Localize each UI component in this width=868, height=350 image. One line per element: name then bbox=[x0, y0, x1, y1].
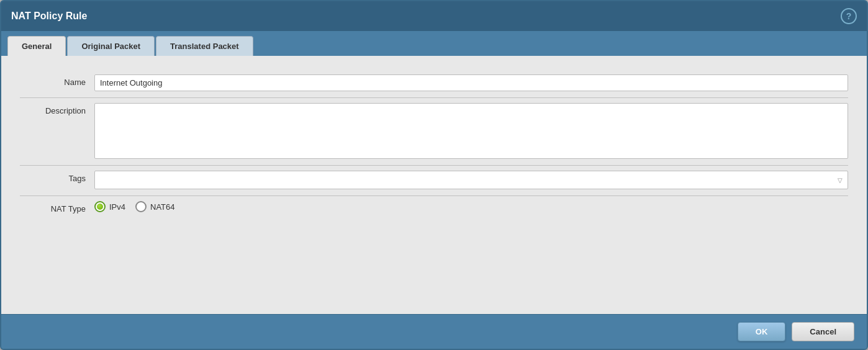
tabs-row: General Original Packet Translated Packe… bbox=[1, 31, 867, 56]
ok-button[interactable]: OK bbox=[738, 322, 786, 341]
help-icon[interactable]: ? bbox=[841, 8, 857, 24]
nat-type-row: NAT Type IPv4 NAT64 bbox=[20, 201, 848, 213]
radio-ipv4-label: IPv4 bbox=[109, 202, 125, 212]
name-input[interactable] bbox=[94, 74, 848, 91]
radio-nat64-label: NAT64 bbox=[150, 202, 175, 212]
radio-ipv4-outer bbox=[94, 201, 106, 212]
nat-policy-rule-dialog: NAT Policy Rule ? General Original Packe… bbox=[0, 0, 868, 350]
form-area: Name Description Tags ▽ NAT Type bbox=[1, 68, 867, 314]
tags-label: Tags bbox=[20, 171, 94, 183]
dialog-body: Name Description Tags ▽ NAT Type bbox=[1, 56, 867, 314]
name-row: Name bbox=[20, 74, 848, 91]
radio-ipv4[interactable]: IPv4 bbox=[94, 201, 125, 212]
tags-row: Tags ▽ bbox=[20, 171, 848, 189]
dialog-footer: OK Cancel bbox=[1, 314, 867, 349]
separator-1 bbox=[20, 97, 848, 98]
radio-nat64[interactable]: NAT64 bbox=[135, 201, 175, 212]
description-input[interactable] bbox=[94, 103, 848, 159]
description-row: Description bbox=[20, 103, 848, 159]
nat-type-options: IPv4 NAT64 bbox=[94, 201, 175, 212]
separator-2 bbox=[20, 165, 848, 166]
nat-type-label: NAT Type bbox=[20, 201, 94, 213]
dialog-header: NAT Policy Rule ? bbox=[1, 1, 867, 31]
tags-dropdown-icon: ▽ bbox=[838, 177, 843, 184]
separator-3 bbox=[20, 195, 848, 196]
radio-nat64-outer bbox=[135, 201, 147, 212]
description-label: Description bbox=[20, 103, 94, 115]
tab-original-packet[interactable]: Original Packet bbox=[67, 36, 155, 56]
name-label: Name bbox=[20, 74, 94, 87]
tab-general[interactable]: General bbox=[7, 36, 66, 56]
dialog-title: NAT Policy Rule bbox=[11, 11, 87, 22]
tab-translated-packet[interactable]: Translated Packet bbox=[156, 36, 253, 56]
tags-input[interactable]: ▽ bbox=[94, 171, 848, 189]
cancel-button[interactable]: Cancel bbox=[792, 322, 854, 341]
radio-ipv4-inner bbox=[97, 204, 103, 210]
